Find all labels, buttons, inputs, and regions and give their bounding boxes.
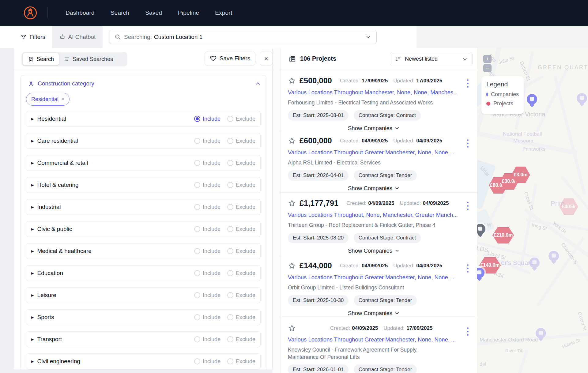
expand-caret-icon[interactable]: ▶	[31, 161, 34, 165]
exclude-radio[interactable]: Exclude	[227, 336, 255, 343]
include-radio[interactable]: Include	[194, 160, 221, 166]
radio-circle-icon[interactable]	[194, 270, 200, 276]
nav-item[interactable]: Dashboard	[66, 9, 95, 16]
chip-remove-icon[interactable]: ×	[61, 96, 64, 102]
category-row[interactable]: ▶ Hotel & catering Include Exclude	[26, 177, 261, 193]
expand-caret-icon[interactable]: ▶	[31, 205, 34, 209]
include-radio[interactable]: Include	[194, 116, 221, 122]
radio-circle-icon[interactable]	[194, 138, 200, 144]
segment-search[interactable]: Search	[23, 53, 59, 66]
circle-pin[interactable]	[548, 251, 559, 261]
expand-caret-icon[interactable]: ▶	[31, 360, 34, 364]
sort-dropdown[interactable]: Newest listed	[390, 52, 473, 66]
exclude-radio[interactable]: Exclude	[227, 314, 255, 321]
expand-caret-icon[interactable]: ▶	[31, 117, 34, 121]
radio-circle-icon[interactable]	[227, 160, 233, 166]
exclude-radio[interactable]: Exclude	[227, 358, 255, 365]
nav-item[interactable]: Pipeline	[178, 9, 199, 16]
category-row[interactable]: ▶ Leisure Include Exclude	[26, 287, 261, 303]
radio-circle-icon[interactable]	[194, 116, 200, 122]
radio-circle-icon[interactable]	[227, 204, 233, 210]
include-radio[interactable]: Include	[194, 248, 221, 254]
category-row[interactable]: ▶ Residential Include Exclude	[26, 111, 261, 127]
expand-caret-icon[interactable]: ▶	[31, 139, 34, 143]
radio-circle-icon[interactable]	[227, 292, 233, 298]
close-filters-button[interactable]: ×	[260, 51, 273, 66]
radio-circle-icon[interactable]	[227, 248, 233, 254]
radio-circle-icon[interactable]	[194, 226, 200, 232]
radio-circle-icon[interactable]	[227, 116, 233, 122]
zoom-out-button[interactable]: −	[483, 64, 492, 72]
include-radio[interactable]: Include	[194, 138, 221, 144]
segment-saved-searches[interactable]: Saved Searches	[59, 53, 118, 65]
chevron-down-icon[interactable]	[366, 34, 371, 40]
expand-caret-icon[interactable]: ▶	[31, 227, 34, 231]
rook-pin[interactable]	[529, 258, 540, 268]
expand-caret-icon[interactable]: ▶	[31, 249, 34, 253]
project-price-marker[interactable]: £405k	[559, 198, 579, 215]
tab-ai-chatbot[interactable]: AI Chatbot	[52, 26, 103, 48]
building-pin[interactable]	[527, 94, 537, 104]
include-radio[interactable]: Include	[194, 226, 221, 232]
show-companies-button[interactable]: Show Companies	[288, 310, 459, 317]
card-menu-kebab[interactable]	[466, 201, 470, 211]
radio-circle-icon[interactable]	[227, 270, 233, 276]
radio-circle-icon[interactable]	[194, 292, 200, 298]
book-pin[interactable]	[477, 224, 485, 234]
expand-caret-icon[interactable]: ▶	[31, 315, 34, 319]
card-menu-kebab[interactable]	[466, 326, 470, 337]
expand-caret-icon[interactable]: ▶	[31, 183, 34, 187]
nav-item[interactable]: Saved	[145, 9, 162, 16]
exclude-radio[interactable]: Exclude	[227, 226, 255, 232]
category-row[interactable]: ▶ Industrial Include Exclude	[26, 199, 261, 215]
project-price-marker[interactable]: £210.0m	[492, 227, 514, 244]
exclude-radio[interactable]: Exclude	[227, 248, 255, 254]
radio-circle-icon[interactable]	[194, 182, 200, 188]
radio-circle-icon[interactable]	[227, 182, 233, 188]
category-row[interactable]: ▶ Civic & public Include Exclude	[26, 221, 261, 237]
expand-caret-icon[interactable]: ▶	[31, 337, 34, 341]
exclude-radio[interactable]: Exclude	[227, 138, 255, 144]
exclude-radio[interactable]: Exclude	[227, 182, 255, 188]
exclude-radio[interactable]: Exclude	[227, 116, 255, 122]
expand-caret-icon[interactable]: ▶	[31, 293, 34, 297]
category-row[interactable]: ▶ Education Include Exclude	[26, 265, 261, 281]
category-row[interactable]: ▶ Transport Include Exclude	[26, 331, 261, 347]
project-location-link[interactable]: Various Locations Throughout Greater Man…	[288, 336, 459, 343]
circle-pin[interactable]	[536, 328, 546, 338]
radio-circle-icon[interactable]	[194, 248, 200, 254]
category-row[interactable]: ▶ Civil engineering Include Exclude	[26, 353, 261, 369]
radio-circle-icon[interactable]	[227, 358, 233, 364]
radio-circle-icon[interactable]	[227, 226, 233, 232]
radio-circle-icon[interactable]	[227, 314, 233, 320]
chevron-up-icon[interactable]	[255, 81, 261, 86]
tab-filters[interactable]: Filters	[14, 26, 52, 48]
section-header[interactable]: Construction category	[28, 80, 94, 87]
include-radio[interactable]: Include	[194, 270, 221, 277]
show-companies-button[interactable]: Show Companies	[288, 247, 459, 254]
project-location-link[interactable]: Various Locations Throughout Greater Man…	[288, 149, 459, 156]
project-location-link[interactable]: Various Locations Throughout Manchester,…	[288, 89, 459, 96]
include-radio[interactable]: Include	[194, 314, 221, 321]
category-row[interactable]: ▶ Sports Include Exclude	[26, 309, 261, 325]
include-radio[interactable]: Include	[194, 204, 221, 210]
favorite-star-icon[interactable]	[288, 324, 296, 332]
radio-circle-icon[interactable]	[227, 336, 233, 342]
zoom-in-button[interactable]: +	[483, 55, 492, 63]
nav-item[interactable]: Search	[111, 9, 129, 16]
expand-caret-icon[interactable]: ▶	[31, 271, 34, 275]
card-menu-kebab[interactable]	[466, 78, 470, 89]
save-filters-button[interactable]: Save Filters	[205, 51, 255, 66]
category-row[interactable]: ▶ Care residential Include Exclude	[26, 133, 261, 149]
exclude-radio[interactable]: Exclude	[227, 204, 255, 210]
brand-logo-icon[interactable]	[23, 6, 37, 20]
category-row[interactable]: ▶ Medical & healthcare Include Exclude	[26, 243, 261, 259]
show-companies-button[interactable]: Show Companies	[288, 185, 459, 192]
project-location-link[interactable]: Various Locations Throughout Greater Man…	[288, 274, 459, 281]
include-radio[interactable]: Include	[194, 358, 221, 365]
include-radio[interactable]: Include	[194, 182, 221, 188]
residential-chip[interactable]: Residential ×	[26, 93, 70, 106]
radio-circle-icon[interactable]	[194, 160, 200, 166]
location-search-input[interactable]: Searching: Custom Location 1	[109, 30, 377, 44]
include-radio[interactable]: Include	[194, 292, 221, 299]
